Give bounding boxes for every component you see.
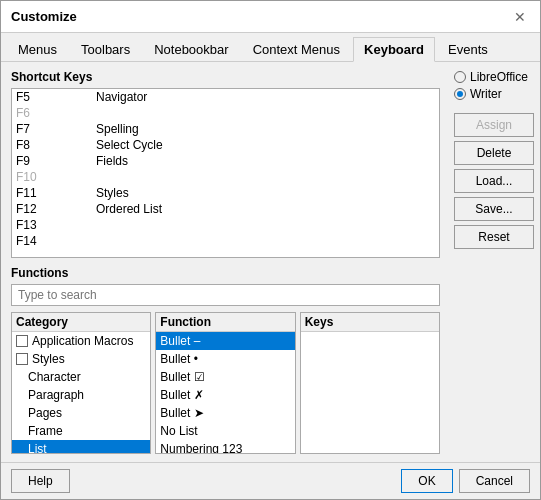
checkbox — [16, 353, 28, 365]
functions-section: Functions Category Application MacrosSty… — [11, 266, 440, 454]
delete-button[interactable]: Delete — [454, 141, 534, 165]
tab-toolbars[interactable]: Toolbars — [70, 37, 141, 61]
keys-header: Keys — [301, 313, 439, 332]
search-input[interactable] — [11, 284, 440, 306]
save----button[interactable]: Save... — [454, 197, 534, 221]
main-content: Shortcut Keys F5NavigatorF6F7SpellingF8S… — [1, 62, 450, 462]
content-area: Shortcut Keys F5NavigatorF6F7SpellingF8S… — [1, 62, 540, 462]
three-columns: Category Application MacrosStylesCharact… — [11, 312, 440, 454]
functions-label: Functions — [11, 266, 440, 280]
radio-label: Writer — [470, 87, 502, 101]
category-list-item[interactable]: Application Macros — [12, 332, 150, 350]
tab-events[interactable]: Events — [437, 37, 499, 61]
shortcut-row[interactable]: F13 — [12, 217, 439, 233]
shortcut-row[interactable]: F6 — [12, 105, 439, 121]
category-list-item[interactable]: Styles — [12, 350, 150, 368]
shortcut-keys-list[interactable]: F5NavigatorF6F7SpellingF8Select CycleF9F… — [11, 88, 440, 258]
shortcut-keys-label: Shortcut Keys — [11, 70, 440, 84]
shortcut-key-label: F8 — [16, 138, 96, 152]
assign-button: Assign — [454, 113, 534, 137]
function-list-item[interactable]: Bullet ✗ — [156, 386, 294, 404]
reset-button[interactable]: Reset — [454, 225, 534, 249]
cancel-button[interactable]: Cancel — [459, 469, 530, 493]
category-list[interactable]: Application MacrosStylesCharacterParagra… — [12, 332, 150, 453]
category-list-item[interactable]: List — [12, 440, 150, 453]
function-list-item[interactable]: Bullet ➤ — [156, 404, 294, 422]
radio-item-writer[interactable]: Writer — [454, 87, 532, 101]
shortcut-func-label — [96, 218, 435, 232]
shortcut-row[interactable]: F12Ordered List — [12, 201, 439, 217]
checkbox — [16, 335, 28, 347]
shortcut-key-label: F13 — [16, 218, 96, 232]
shortcut-key-label: F6 — [16, 106, 96, 120]
tab-keyboard[interactable]: Keyboard — [353, 37, 435, 62]
category-item-label: Styles — [32, 352, 65, 366]
function-list-item[interactable]: Numbering 123 — [156, 440, 294, 453]
function-column: Function Bullet –Bullet •Bullet ☑Bullet … — [155, 312, 295, 454]
category-item-label: Application Macros — [32, 334, 133, 348]
shortcut-func-label — [96, 106, 435, 120]
shortcut-func-label: Select Cycle — [96, 138, 435, 152]
shortcut-key-label: F14 — [16, 234, 96, 248]
keys-column: Keys — [300, 312, 440, 454]
radio-circle — [454, 71, 466, 83]
function-list-item[interactable]: Bullet ☑ — [156, 368, 294, 386]
category-header: Category — [12, 313, 150, 332]
tab-notebookbar[interactable]: Notebookbar — [143, 37, 239, 61]
side-buttons-panel: LibreOfficeWriter AssignDeleteLoad...Sav… — [450, 62, 540, 462]
keys-list[interactable] — [301, 332, 439, 453]
tab-context-menus[interactable]: Context Menus — [242, 37, 351, 61]
tab-menus[interactable]: Menus — [7, 37, 68, 61]
radio-item-libreoffice[interactable]: LibreOffice — [454, 70, 532, 84]
customize-dialog: Customize ✕ MenusToolbarsNotebookbarCont… — [0, 0, 541, 500]
dialog-title: Customize — [11, 9, 77, 24]
title-bar: Customize ✕ — [1, 1, 540, 33]
shortcut-func-label — [96, 234, 435, 248]
function-header: Function — [156, 313, 294, 332]
category-list-item[interactable]: Pages — [12, 404, 150, 422]
function-list-item[interactable]: Bullet – — [156, 332, 294, 350]
category-list-item[interactable]: Character — [12, 368, 150, 386]
shortcut-row[interactable]: F8Select Cycle — [12, 137, 439, 153]
shortcut-row[interactable]: F9Fields — [12, 153, 439, 169]
load----button[interactable]: Load... — [454, 169, 534, 193]
ok-button[interactable]: OK — [401, 469, 452, 493]
shortcut-row[interactable]: F14 — [12, 233, 439, 249]
radio-group: LibreOfficeWriter — [454, 70, 532, 101]
shortcut-func-label: Fields — [96, 154, 435, 168]
shortcut-row[interactable]: F5Navigator — [12, 89, 439, 105]
shortcut-key-label: F7 — [16, 122, 96, 136]
shortcut-func-label — [96, 170, 435, 184]
shortcut-func-label: Navigator — [96, 90, 435, 104]
category-list-item[interactable]: Paragraph — [12, 386, 150, 404]
function-list-item[interactable]: Bullet • — [156, 350, 294, 368]
function-list-item[interactable]: No List — [156, 422, 294, 440]
help-button[interactable]: Help — [11, 469, 70, 493]
shortcut-func-label: Ordered List — [96, 202, 435, 216]
radio-label: LibreOffice — [470, 70, 528, 84]
shortcut-row[interactable]: F10 — [12, 169, 439, 185]
radio-circle — [454, 88, 466, 100]
shortcut-key-label: F10 — [16, 170, 96, 184]
shortcut-row[interactable]: F7Spelling — [12, 121, 439, 137]
shortcut-key-label: F9 — [16, 154, 96, 168]
shortcut-key-label: F5 — [16, 90, 96, 104]
bottom-right-buttons: OK Cancel — [401, 469, 530, 493]
tab-bar: MenusToolbarsNotebookbarContext MenusKey… — [1, 33, 540, 62]
shortcut-row[interactable]: F11Styles — [12, 185, 439, 201]
category-list-item[interactable]: Frame — [12, 422, 150, 440]
shortcut-key-label: F12 — [16, 202, 96, 216]
close-button[interactable]: ✕ — [510, 7, 530, 27]
function-list[interactable]: Bullet –Bullet •Bullet ☑Bullet ✗Bullet ➤… — [156, 332, 294, 453]
shortcut-func-label: Styles — [96, 186, 435, 200]
bottom-bar: Help OK Cancel — [1, 462, 540, 499]
shortcut-key-label: F11 — [16, 186, 96, 200]
shortcut-func-label: Spelling — [96, 122, 435, 136]
category-column: Category Application MacrosStylesCharact… — [11, 312, 151, 454]
